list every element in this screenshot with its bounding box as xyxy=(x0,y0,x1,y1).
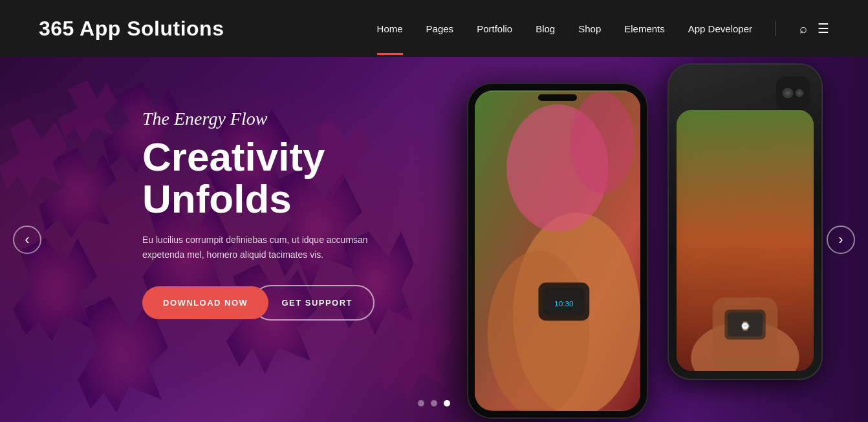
download-button[interactable]: DOWNLOAD NOW xyxy=(142,286,268,319)
svg-marker-11 xyxy=(0,118,68,196)
camera-lens-2 xyxy=(796,89,803,97)
svg-text:10:30: 10:30 xyxy=(554,299,574,308)
main-nav: Home Pages Portfolio Blog Shop Elements … xyxy=(377,21,829,36)
site-logo[interactable]: 365 App Solutions xyxy=(39,17,224,41)
nav-elements[interactable]: Elements xyxy=(624,23,665,34)
slider-dots xyxy=(418,400,450,406)
hero-description: Eu lucilius corrumpit definiebas cum, ut… xyxy=(142,233,388,262)
header: 365 App Solutions Home Pages Portfolio B… xyxy=(0,0,868,57)
prev-slide-button[interactable]: ‹ xyxy=(13,226,41,254)
slide-dot-2[interactable] xyxy=(431,400,437,406)
hero-title: Creativity Unfolds xyxy=(142,136,466,220)
hero-buttons: DOWNLOAD NOW GET SUPPORT xyxy=(142,285,466,321)
phone-notch xyxy=(538,94,577,101)
search-icon[interactable]: ⌕ xyxy=(799,21,807,36)
nav-blog[interactable]: Blog xyxy=(536,23,555,34)
svg-point-20 xyxy=(488,251,590,411)
phone-camera xyxy=(776,76,810,110)
hero-content: The Energy Flow Creativity Unfolds Eu lu… xyxy=(142,109,466,321)
phone-front-screen: 10:30 xyxy=(475,90,640,411)
nav-pages[interactable]: Pages xyxy=(426,23,454,34)
screen-fitness-image: 10:30 xyxy=(475,90,640,411)
phone-back-screen: ⌚ xyxy=(677,110,814,371)
fitness-silhouette: ⌚ xyxy=(677,188,814,371)
hero-section: ⌚ xyxy=(0,57,868,422)
nav-divider xyxy=(776,21,776,36)
menu-icon[interactable]: ☰ xyxy=(818,21,829,36)
phone-mockup-container: ⌚ xyxy=(454,57,829,422)
nav-shop[interactable]: Shop xyxy=(578,23,601,34)
slide-dot-1[interactable] xyxy=(418,400,424,406)
nav-home[interactable]: Home xyxy=(377,23,403,34)
camera-lens-1 xyxy=(783,88,793,98)
phone-front: 10:30 xyxy=(467,83,648,419)
support-button[interactable]: GET SUPPORT xyxy=(253,285,374,321)
svg-marker-9 xyxy=(58,79,116,144)
hero-subtitle: The Energy Flow xyxy=(142,109,466,129)
next-slide-button[interactable]: › xyxy=(827,226,855,254)
nav-app-developer[interactable]: App Developer xyxy=(688,23,752,34)
nav-portfolio[interactable]: Portfolio xyxy=(477,23,512,34)
slide-dot-3[interactable] xyxy=(444,400,450,406)
svg-text:⌚: ⌚ xyxy=(740,321,751,332)
svg-point-25 xyxy=(570,92,634,194)
phone-back: ⌚ xyxy=(667,63,823,380)
nav-icons: ⌕ ☰ xyxy=(799,21,829,36)
